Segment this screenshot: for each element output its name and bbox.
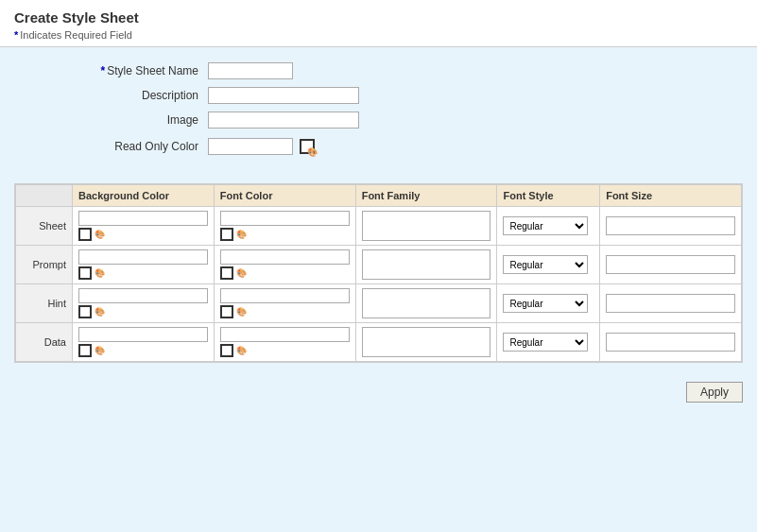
font-color-input-0[interactable]	[220, 211, 350, 226]
apply-button[interactable]: Apply	[686, 382, 743, 403]
image-input[interactable]	[208, 112, 359, 129]
style-table: Background Color Font Color Font Family …	[15, 184, 742, 362]
font-color-group-1: 🎨	[220, 249, 350, 280]
bg-color-box-3	[78, 344, 92, 357]
font-family-input-1[interactable]	[362, 249, 491, 280]
font-size-input-0[interactable]	[606, 216, 735, 235]
bg-color-box-0	[78, 228, 92, 241]
bg-color-input-2[interactable]	[78, 288, 208, 303]
font-color-cell-1: 🎨	[214, 246, 355, 284]
bg-color-box-2	[78, 305, 92, 318]
read-only-color-label: Read Only Color	[19, 140, 208, 153]
table-row: Prompt 🎨 🎨 RegularBoldItalicBold Italic	[16, 246, 742, 284]
row-label-prompt: Prompt	[16, 246, 73, 284]
read-only-color-picker[interactable]: 🎨	[297, 136, 318, 157]
row-label-sheet: Sheet	[16, 207, 73, 246]
font-style-select-3[interactable]: RegularBoldItalicBold Italic	[503, 333, 588, 352]
color-wheel-icon: 🎨	[307, 147, 318, 157]
form-row-name: *Style Sheet Name	[0, 62, 757, 79]
required-star: *	[14, 29, 18, 41]
row-label-data: Data	[16, 323, 73, 362]
font-style-select-1[interactable]: RegularBoldItalicBold Italic	[503, 255, 588, 274]
bg-color-wheel-icon-1[interactable]: 🎨	[95, 268, 105, 278]
font-style-select-0[interactable]: RegularBoldItalicBold Italic	[503, 216, 588, 235]
font-size-input-3[interactable]	[606, 333, 735, 352]
font-style-select-2[interactable]: RegularBoldItalicBold Italic	[503, 294, 588, 313]
bg-color-wheel-icon-2[interactable]: 🎨	[95, 307, 105, 317]
style-table-wrapper: Background Color Font Color Font Family …	[14, 183, 743, 363]
th-font-family: Font Family	[355, 185, 497, 207]
bg-color-input-1[interactable]	[78, 249, 208, 265]
image-label: Image	[19, 113, 208, 127]
th-font-color: Font Color	[214, 185, 355, 207]
required-note: *Indicates Required Field	[14, 29, 743, 41]
bg-color-group-3: 🎨	[78, 327, 208, 357]
description-input[interactable]	[208, 87, 359, 104]
font-family-input-2[interactable]	[362, 288, 491, 318]
font-color-wheel-icon-2[interactable]: 🎨	[236, 307, 247, 317]
font-color-wheel-icon-0[interactable]: 🎨	[236, 230, 247, 239]
bg-color-cell-3: 🎨	[73, 323, 215, 362]
th-font-size: Font Size	[600, 185, 742, 207]
font-style-cell-2: RegularBoldItalicBold Italic	[497, 284, 600, 323]
bg-color-wheel-icon-0[interactable]: 🎨	[95, 230, 105, 239]
font-family-cell-0	[355, 207, 497, 246]
bg-color-cell-2: 🎨	[73, 284, 215, 323]
th-bg-color: Background Color	[73, 185, 215, 207]
font-color-input-3[interactable]	[220, 327, 350, 342]
bg-color-input-0[interactable]	[78, 211, 208, 226]
style-sheet-name-label: *Style Sheet Name	[19, 64, 208, 77]
font-size-input-1[interactable]	[606, 255, 735, 274]
font-family-cell-2	[355, 284, 497, 323]
page-container: Create Style Sheet *Indicates Required F…	[0, 0, 757, 532]
bg-color-group-2: 🎨	[78, 288, 208, 318]
bg-color-cell-0: 🎨	[73, 207, 215, 246]
font-color-input-1[interactable]	[220, 249, 350, 265]
font-size-input-2[interactable]	[606, 294, 735, 313]
bg-color-group-0: 🎨	[78, 211, 208, 241]
footer-section: Apply	[0, 372, 757, 412]
table-header-row: Background Color Font Color Font Family …	[16, 185, 742, 207]
table-row: Sheet 🎨 🎨 RegularBoldItalicBold Italic	[16, 207, 742, 246]
font-style-cell-3: RegularBoldItalicBold Italic	[497, 323, 600, 362]
row-label-hint: Hint	[16, 284, 73, 323]
font-color-box-0	[220, 228, 233, 241]
font-family-cell-3	[355, 323, 497, 362]
font-color-group-3: 🎨	[220, 327, 350, 357]
font-color-wheel-icon-1[interactable]: 🎨	[236, 268, 247, 278]
th-row-label	[16, 185, 73, 207]
font-family-input-3[interactable]	[362, 327, 491, 357]
font-color-cell-2: 🎨	[214, 284, 355, 323]
bg-color-cell-1: 🎨	[73, 246, 215, 284]
th-font-style: Font Style	[497, 185, 600, 207]
read-only-color-input[interactable]	[208, 138, 293, 155]
font-color-input-2[interactable]	[220, 288, 350, 303]
font-color-box-1	[220, 266, 233, 280]
font-style-cell-0: RegularBoldItalicBold Italic	[497, 207, 600, 246]
font-color-box-3	[220, 344, 233, 357]
form-row-image: Image	[0, 112, 757, 129]
font-size-cell-0	[600, 207, 742, 246]
form-row-readonly-color: Read Only Color 🎨	[0, 136, 757, 157]
font-family-cell-1	[355, 246, 497, 284]
font-color-wheel-icon-3[interactable]: 🎨	[236, 346, 247, 355]
read-only-color-row: 🎨	[208, 136, 318, 157]
form-section: *Style Sheet Name Description Image Read…	[0, 47, 757, 174]
font-color-cell-0: 🎨	[214, 207, 355, 246]
font-family-input-0[interactable]	[362, 211, 491, 241]
font-color-group-2: 🎨	[220, 288, 350, 318]
bg-color-input-3[interactable]	[78, 327, 208, 342]
font-color-group-0: 🎨	[220, 211, 350, 241]
table-row: Data 🎨 🎨 RegularBoldItalicBold Italic	[16, 323, 742, 362]
bg-color-wheel-icon-3[interactable]: 🎨	[95, 346, 105, 355]
font-size-cell-1	[600, 246, 742, 284]
form-row-description: Description	[0, 87, 757, 104]
page-title: Create Style Sheet	[14, 9, 743, 26]
font-color-box-2	[220, 305, 233, 318]
font-size-cell-2	[600, 284, 742, 323]
font-size-cell-3	[600, 323, 742, 362]
table-row: Hint 🎨 🎨 RegularBoldItalicBold Italic	[16, 284, 742, 323]
style-sheet-name-input[interactable]	[208, 62, 293, 79]
bg-color-group-1: 🎨	[78, 249, 208, 280]
header-section: Create Style Sheet *Indicates Required F…	[0, 0, 757, 47]
